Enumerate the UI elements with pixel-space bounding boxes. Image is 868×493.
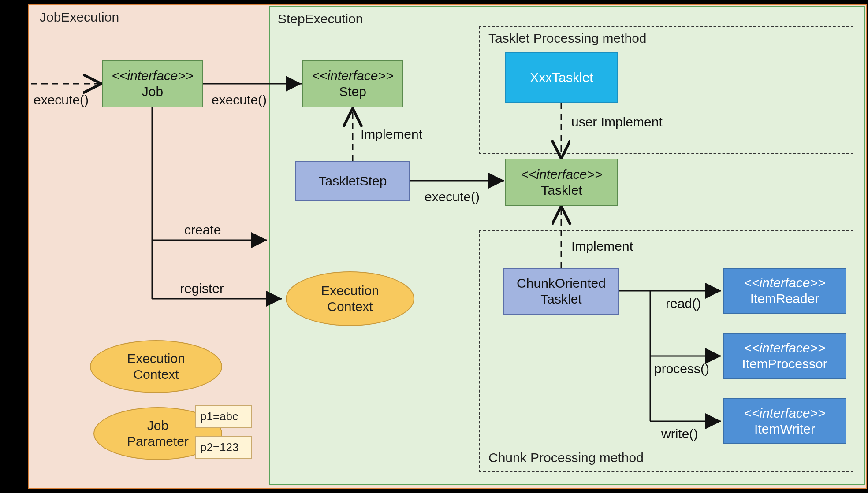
jp-l2: Parameter	[127, 434, 189, 449]
tasklet-step-name: TaskletStep	[318, 173, 387, 189]
execute-step-label: execute()	[212, 93, 267, 107]
item-writer-stereotype: <<interface>>	[744, 405, 825, 421]
register-label: register	[180, 281, 224, 296]
jp-l1: Job	[147, 418, 168, 434]
item-reader-stereotype: <<interface>>	[744, 275, 825, 291]
ec-step-l2: Context	[327, 299, 373, 315]
job-stereotype: <<interface>>	[112, 68, 193, 84]
write-label: write()	[661, 426, 698, 441]
job-name: Job	[142, 84, 163, 100]
create-label: create	[184, 222, 221, 237]
tasklet-name: Tasklet	[541, 182, 582, 198]
p1-text: p1=abc	[200, 410, 238, 423]
process-label: process()	[654, 361, 709, 376]
item-writer-node: <<interface>> ItemWriter	[723, 398, 846, 444]
step-interface-node: <<interface>> Step	[302, 60, 403, 107]
chunk-method-title: Chunk Processing method	[488, 450, 644, 465]
item-reader-name: ItemReader	[750, 291, 820, 307]
execute-tasklet-label: execute()	[425, 189, 480, 204]
param-p1-note: p1=abc	[195, 405, 252, 428]
param-p2-note: p2=123	[195, 436, 252, 459]
tasklet-step-node: TaskletStep	[295, 161, 410, 201]
tasklet-method-title: Tasklet Processing method	[488, 31, 647, 46]
ec-step-l1: Execution	[321, 283, 379, 299]
step-name: Step	[339, 84, 366, 100]
p2-text: p2=123	[200, 441, 238, 454]
item-processor-node: <<interface>> ItemProcessor	[723, 333, 846, 379]
item-processor-stereotype: <<interface>>	[744, 340, 825, 356]
implement-step-label: Implement	[361, 127, 422, 142]
execution-context-job-node: Execution Context	[90, 340, 222, 393]
item-writer-name: ItemWriter	[754, 421, 815, 437]
chunk-oriented-tasklet-node: ChunkOriented Tasklet	[503, 268, 619, 315]
read-label: read()	[666, 296, 701, 311]
item-reader-node: <<interface>> ItemReader	[723, 268, 846, 314]
implement-tasklet-label: Implement	[571, 239, 633, 254]
item-processor-name: ItemProcessor	[742, 356, 827, 372]
execution-context-step-node: Execution Context	[286, 271, 414, 326]
user-implement-label: user Implement	[571, 115, 663, 130]
tasklet-stereotype: <<interface>>	[521, 167, 602, 182]
xxx-tasklet-node: XxxTasklet	[505, 52, 618, 103]
chunk-oriented-tasklet-name: ChunkOriented Tasklet	[517, 275, 606, 307]
xxx-tasklet-name: XxxTasklet	[530, 70, 593, 85]
ec-job-l2: Context	[133, 367, 179, 382]
step-stereotype: <<interface>>	[312, 68, 393, 84]
execute-job-label: execute()	[34, 93, 89, 107]
tasklet-interface-node: <<interface>> Tasklet	[505, 159, 618, 206]
job-execution-title: JobExecution	[40, 10, 119, 25]
job-interface-node: <<interface>> Job	[102, 60, 203, 107]
ec-job-l1: Execution	[127, 351, 185, 367]
step-execution-title: StepExecution	[278, 11, 363, 26]
